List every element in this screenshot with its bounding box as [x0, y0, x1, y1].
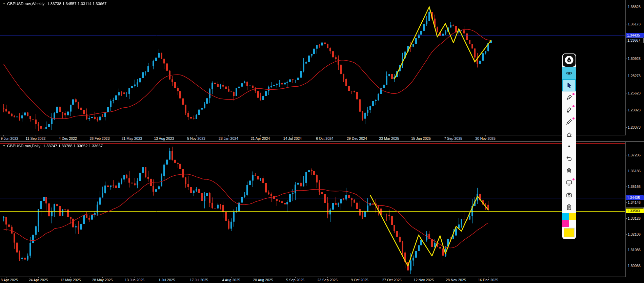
date-axis-label: 15 Jun 2025 [411, 136, 431, 140]
price-axis-tick [626, 218, 627, 219]
date-axis-label: 5 Sep 2025 [286, 278, 304, 282]
price-axis-weekly: 1.388231.361731.335231.309231.282731.256… [625, 0, 644, 135]
date-axis-label: 27 Oct 2025 [382, 278, 401, 282]
date-axis-label: 20 Aug 2025 [253, 278, 273, 282]
price-axis-label: 1.25623 [628, 91, 641, 95]
price-axis-label: 1.38823 [628, 5, 641, 9]
price-axis-tick [626, 110, 627, 110]
price-axis-tick [626, 59, 627, 59]
price-axis-label: 1.32106 [628, 232, 641, 236]
date-axis-label: 28 Nov 2025 [446, 278, 466, 282]
eye-icon [566, 70, 572, 77]
symbol-timeframe-label: GBPUSD.raw,Daily [7, 144, 40, 148]
date-axis-label: 23 Mar 2025 [379, 136, 399, 140]
symbol-marker-icon: ▼ [3, 144, 5, 147]
date-axis-label: 4 Dec 2022 [59, 136, 77, 140]
price-axis-tick [626, 127, 627, 128]
ohlc-readout: 1.33738 1.34557 1.33114 1.33667 [47, 2, 106, 6]
date-axis-label: 24 Apr 2025 [29, 278, 48, 282]
date-axis-label: 7 Sep 2025 [444, 136, 462, 140]
active-color-dot [572, 178, 575, 180]
price-axis-tick [626, 187, 627, 187]
chart-title-daily: ▼GBPUSD.raw,Daily1.33747 1.33788 1.33652… [3, 144, 103, 148]
whiteboard-button[interactable] [562, 177, 576, 189]
date-axis-label: 30 Nov 2025 [475, 136, 496, 140]
cursor-tool[interactable] [562, 79, 576, 91]
pencil-icon [566, 118, 572, 125]
date-axis-label: 5 Nov 2023 [187, 136, 205, 140]
price-axis-label: 1.34146 [628, 200, 641, 204]
eraser-tool[interactable] [562, 128, 576, 140]
price-axis-label: 1.30066 [628, 264, 641, 268]
date-axis-label: 8 Apr 2025 [1, 278, 18, 282]
clipboard-button[interactable] [562, 201, 576, 213]
date-axis-weekly: 9 Jun 202211 Sep 20224 Dec 202226 Feb 20… [0, 135, 644, 142]
date-axis-label: 16 Dec 2025 [478, 278, 498, 282]
date-axis-label: 21 Apr 2024 [251, 136, 270, 140]
epic-pen-logo[interactable] [562, 53, 576, 67]
pen-tool[interactable] [562, 91, 576, 104]
price-axis-label: 1.23023 [628, 108, 641, 112]
price-axis-label: 1.20373 [628, 125, 641, 129]
color-swatch-yellow[interactable] [569, 213, 576, 220]
price-axis-tick [626, 202, 627, 203]
undo-icon [566, 155, 572, 162]
price-axis-tick [626, 93, 627, 93]
line-tool[interactable] [562, 116, 576, 128]
chart-title-weekly: ▼GBPUSD.raw,Weekly1.33738 1.34557 1.3311… [3, 2, 106, 6]
trash-icon [566, 167, 572, 174]
screenshot-button[interactable] [562, 189, 576, 201]
clipboard-icon [566, 204, 572, 211]
price-axis-tick [626, 7, 627, 7]
date-axis-label: 11 Sep 2022 [26, 136, 46, 140]
dot-icon [566, 143, 572, 150]
ohlc-readout: 1.33747 1.33788 1.33652 1.33667 [43, 144, 103, 148]
active-color-swatch[interactable] [564, 228, 575, 237]
eraser-icon [566, 131, 572, 137]
weekly-chart-canvas[interactable] [0, 0, 626, 135]
date-axis-label: 12 Nov 2025 [414, 278, 434, 282]
pen-icon [566, 94, 572, 101]
price-axis-label: 1.33126 [628, 216, 641, 220]
date-axis-label: 28 May 2025 [92, 278, 113, 282]
symbol-timeframe-label: GBPUSD.raw,Weekly [7, 2, 44, 6]
price-tag-blue-line: 1.34435 [626, 33, 644, 38]
date-axis-label: 28 Jan 2024 [219, 136, 238, 140]
price-tag-yellow-line: 1.33583 [626, 209, 644, 213]
price-axis-label: 1.35166 [628, 184, 641, 189]
daily-chart-canvas[interactable] [0, 142, 626, 277]
color-swatch-white[interactable] [569, 220, 576, 227]
price-axis-label: 1.28273 [628, 74, 641, 78]
price-axis-label: 1.30923 [628, 57, 641, 61]
undo-button[interactable] [562, 152, 576, 165]
price-axis-tick [626, 250, 627, 250]
price-axis-tick [626, 155, 627, 155]
highlighter-tool[interactable] [562, 104, 576, 116]
date-axis-label: 9 Oct 2025 [351, 278, 368, 282]
date-axis-label: 6 Oct 2024 [316, 136, 333, 140]
toggle-visibility-tool[interactable] [562, 67, 576, 79]
date-axis-label: 13 Aug 2023 [154, 136, 174, 140]
window-separator[interactable] [0, 142, 644, 142]
date-axis-label: 12 May 2025 [60, 278, 81, 282]
stroke-size-indicator[interactable] [562, 140, 576, 152]
price-axis-tick [626, 266, 627, 266]
cursor-icon [566, 82, 572, 89]
price-axis-label: 1.37206 [628, 153, 641, 157]
symbol-marker-icon: ▼ [3, 2, 5, 5]
price-axis-tick [626, 24, 627, 24]
date-axis-label: 1 Jul 2025 [159, 278, 175, 282]
color-swatch-cyan[interactable] [562, 213, 569, 220]
highlighter-icon [566, 106, 572, 113]
price-tag-blue-line: 1.34435 [626, 195, 644, 200]
clear-screen-button[interactable] [562, 165, 576, 177]
price-tag-current: 1.33667 [626, 38, 644, 43]
price-axis-label: 1.36186 [628, 169, 641, 173]
price-axis-tick [626, 171, 627, 171]
active-color-dot [572, 93, 575, 95]
color-swatch-magenta[interactable] [562, 220, 569, 227]
date-axis-label: 13 Jun 2025 [125, 278, 144, 282]
date-axis-label: 17 Jul 2025 [190, 278, 208, 282]
date-axis-label: 21 May 2023 [122, 136, 142, 140]
price-axis-tick [626, 234, 627, 235]
